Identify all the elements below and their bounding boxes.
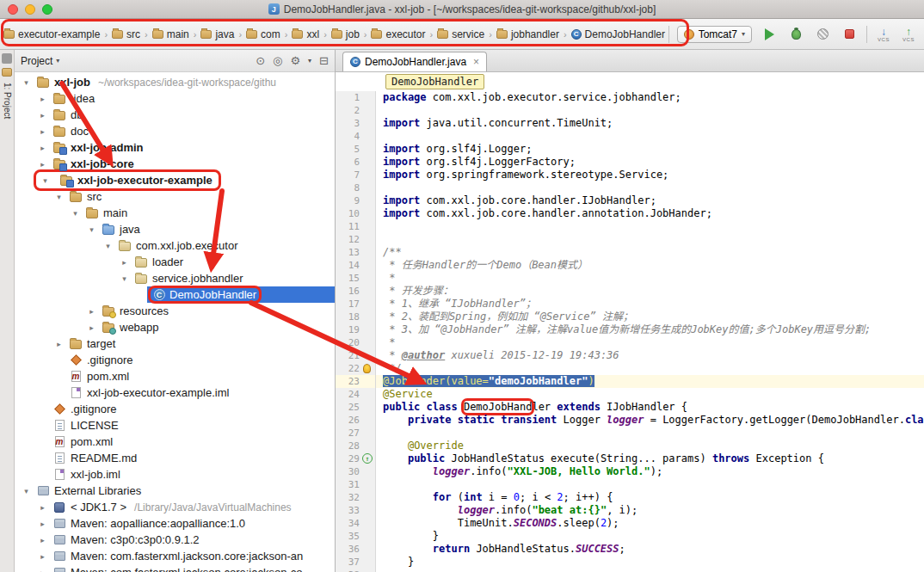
collapsed-arrow-icon[interactable]: ▸	[36, 144, 49, 152]
tree-item-readme.md[interactable]: README.md	[15, 450, 335, 466]
override-method-icon[interactable]: ↑	[362, 453, 373, 464]
breadcrumb-item-com[interactable]: com	[244, 27, 282, 42]
expanded-arrow-icon[interactable]: ▾	[20, 487, 33, 495]
collapsed-arrow-icon[interactable]: ▸	[36, 552, 49, 561]
gutter[interactable]: 37	[336, 556, 376, 569]
tree-item-license[interactable]: LICENSE	[15, 417, 335, 434]
collapsed-arrow-icon[interactable]: ▸	[36, 536, 49, 544]
code-line-15[interactable]: 15 *	[336, 272, 924, 285]
gutter[interactable]: 12	[336, 233, 376, 246]
gutter[interactable]: 7	[336, 169, 376, 181]
expanded-arrow-icon[interactable]: ▾	[39, 176, 52, 185]
breadcrumb-item-executor-example[interactable]: executor-example	[2, 27, 102, 42]
code-line-7[interactable]: 7import org.springframework.stereotype.S…	[336, 169, 924, 181]
code-line-34[interactable]: 34 TimeUnit.SECONDS.sleep(2);	[336, 517, 924, 530]
code-line-26[interactable]: 26 private static transient Logger logge…	[336, 414, 924, 427]
code-line-20[interactable]: 20 *	[336, 336, 924, 349]
collapse-all-icon[interactable]: ⊟	[319, 54, 329, 67]
coverage-button[interactable]	[813, 25, 832, 44]
gutter[interactable]: 2	[336, 104, 376, 117]
gutter[interactable]: 3	[336, 117, 376, 130]
gutter[interactable]: 13	[336, 246, 376, 259]
gutter[interactable]: 34	[336, 517, 376, 530]
scroll-from-source-icon[interactable]: ◎	[273, 54, 282, 67]
tree-item-jdk1.7[interactable]: ▸< JDK1.7 >/Library/Java/JavaVirtualMach…	[15, 499, 335, 515]
tree-item-.gitignore[interactable]: .gitignore	[15, 352, 335, 368]
breadcrumb-item-main[interactable]: main	[151, 27, 191, 42]
expanded-arrow-icon[interactable]: ▾	[85, 225, 98, 234]
gutter[interactable]: 23	[336, 375, 376, 388]
intention-bulb-icon[interactable]	[363, 364, 371, 373]
gutter[interactable]: 14	[336, 259, 376, 272]
gutter[interactable]: 19	[336, 323, 376, 336]
breadcrumb-item-java[interactable]: java	[199, 27, 236, 42]
gutter[interactable]: 18	[336, 311, 376, 323]
zoom-button[interactable]	[42, 4, 52, 15]
gutter[interactable]: 4	[336, 130, 376, 143]
code-line-17[interactable]: 17 * 1、继承 “IJobHandler”；	[336, 298, 924, 311]
settings-gear-icon[interactable]: ⚙	[290, 54, 300, 67]
collapsed-arrow-icon[interactable]: ▸	[36, 569, 49, 572]
expanded-arrow-icon[interactable]: ▾	[52, 193, 65, 201]
code-line-35[interactable]: 35 }	[336, 530, 924, 543]
project-tool-window-button[interactable]: 1: Project	[3, 83, 12, 119]
code-line-30[interactable]: 30 logger.info("XXL-JOB, Hello World.");	[336, 465, 924, 478]
code-line-2[interactable]: 2	[336, 104, 924, 117]
code-line-22[interactable]: 22 */	[336, 362, 924, 375]
gutter[interactable]: 32	[336, 491, 376, 504]
code-line-24[interactable]: 24@Service	[336, 388, 924, 401]
project-tool-window-icon[interactable]	[2, 68, 12, 77]
code-line-5[interactable]: 5import org.slf4j.Logger;	[336, 143, 924, 156]
tree-item-xxl-job[interactable]: ▾xxl-job~/workspaces/idea-git-workspace/…	[15, 74, 335, 90]
gutter[interactable]: 25	[336, 401, 376, 414]
code-line-29[interactable]: 29↑ public JobHandleStatus execute(Strin…	[336, 452, 924, 465]
tree-item-maven-c3p0-c3p0-0.9.1.2[interactable]: ▸Maven: c3p0:c3p0:0.9.1.2	[15, 532, 335, 548]
run-configuration-select[interactable]: Tomcat7 ▾	[677, 26, 752, 43]
close-tab-icon[interactable]: ×	[473, 56, 479, 68]
code-line-3[interactable]: 3import java.util.concurrent.TimeUnit;	[336, 117, 924, 130]
collapsed-arrow-icon[interactable]: ▸	[85, 307, 98, 316]
gutter[interactable]: 16	[336, 285, 376, 298]
tree-item-.gitignore[interactable]: .gitignore	[15, 401, 335, 417]
code-line-38[interactable]: 38	[336, 569, 924, 572]
gutter[interactable]: 36	[336, 543, 376, 556]
code-editor[interactable]: 1package com.xxl.job.executor.service.jo…	[336, 91, 924, 572]
code-line-28[interactable]: 28 @Override	[336, 440, 924, 452]
collapsed-arrow-icon[interactable]: ▸	[85, 323, 98, 332]
gutter[interactable]: 5	[336, 143, 376, 156]
tree-item-target[interactable]: ▸target	[15, 335, 335, 352]
code-line-32[interactable]: 32 for (int i = 0; i < 2; i++) {	[336, 491, 924, 504]
tree-item-pom.xml[interactable]: mpom.xml	[15, 434, 335, 450]
tree-item-service.jobhandler[interactable]: ▾service.jobhandler	[15, 270, 335, 286]
tree-item-maven-com.fasterxml.jackson.core-jackson-an[interactable]: ▸Maven: com.fasterxml.jackson.core:jacks…	[15, 548, 335, 564]
expanded-arrow-icon[interactable]: ▾	[118, 274, 131, 283]
gutter[interactable]: 33	[336, 504, 376, 517]
tree-item-com.xxl.job.executor[interactable]: ▾com.xxl.job.executor	[15, 237, 335, 254]
code-line-9[interactable]: 9import com.xxl.job.core.handler.IJobHan…	[336, 194, 924, 207]
chevron-down-icon[interactable]: ▾	[56, 57, 59, 65]
tree-item-demojobhandler[interactable]: CDemoJobHandler	[15, 286, 335, 303]
gutter[interactable]: 21	[336, 349, 376, 362]
collapsed-arrow-icon[interactable]: ▸	[52, 340, 65, 348]
tree-item-.idea[interactable]: ▸.idea	[15, 90, 335, 107]
code-line-33[interactable]: 33 logger.info("beat at:{}", i);	[336, 504, 924, 517]
expanded-arrow-icon[interactable]: ▾	[20, 78, 33, 87]
code-line-18[interactable]: 18 * 2、装配到Spring，例如加 “@Service” 注解；	[336, 311, 924, 323]
gutter[interactable]: 31	[336, 478, 376, 491]
tree-item-webapp[interactable]: ▸webapp	[15, 319, 335, 335]
code-line-23[interactable]: 23@JobHander(value="demoJobHandler")	[336, 375, 924, 388]
code-line-36[interactable]: 36 return JobHandleStatus.SUCCESS;	[336, 543, 924, 556]
collapsed-arrow-icon[interactable]: ▸	[36, 95, 49, 103]
collapsed-arrow-icon[interactable]: ▸	[118, 258, 131, 267]
gutter[interactable]: 30	[336, 465, 376, 478]
tree-item-resources[interactable]: ▸resources	[15, 303, 335, 319]
tree-item-doc[interactable]: ▸doc	[15, 123, 335, 139]
code-line-37[interactable]: 37 }	[336, 556, 924, 569]
run-button[interactable]	[760, 25, 779, 44]
tree-item-xxl-job-admin[interactable]: ▸xxl-job-admin	[15, 139, 335, 156]
code-line-31[interactable]: 31	[336, 478, 924, 491]
tree-item-pom.xml[interactable]: mpom.xml	[15, 368, 335, 384]
gutter[interactable]: 22	[336, 362, 376, 375]
code-line-8[interactable]: 8	[336, 181, 924, 194]
collapsed-arrow-icon[interactable]: ▸	[36, 160, 49, 169]
